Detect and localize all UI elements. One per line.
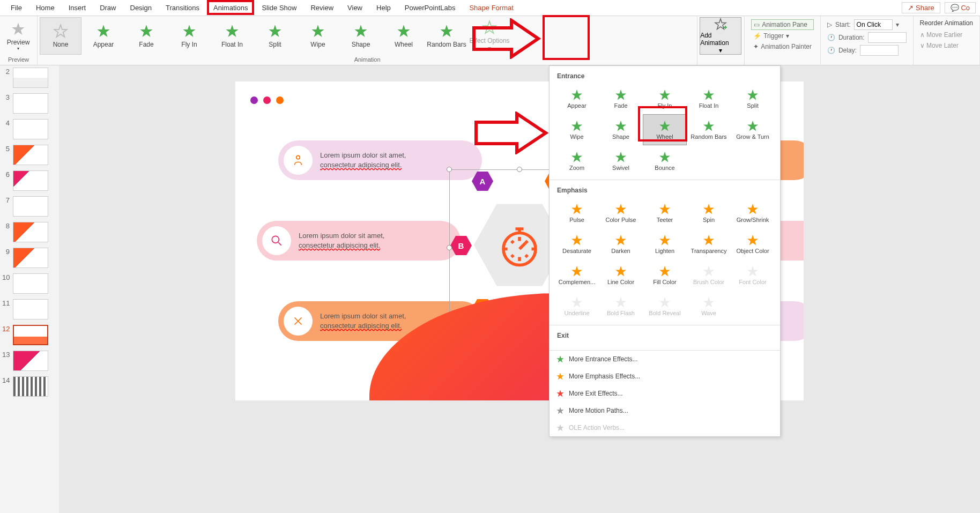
anim-fly-in[interactable]: Fly In (168, 17, 210, 55)
dd-entrance-random-bars[interactable]: Random Bars (687, 114, 731, 145)
menu-insert[interactable]: Insert (62, 2, 93, 14)
thumb-2[interactable]: 2 (2, 68, 57, 88)
add-animation-button[interactable]: Add Animation ▾ (700, 17, 741, 55)
anim-wipe[interactable]: Wipe (297, 17, 339, 55)
exit-item[interactable] (643, 343, 687, 350)
person-icon (291, 153, 305, 167)
menu-view[interactable]: View (341, 2, 369, 14)
dd-link-more-motion-paths---[interactable]: More Motion Paths... (550, 402, 780, 419)
star-icon (658, 234, 671, 247)
star-icon (182, 24, 197, 39)
dd-emphasis-teeter[interactable]: Teeter (643, 197, 687, 228)
exit-item[interactable] (731, 343, 775, 350)
star-icon (658, 120, 671, 132)
dd-link-more-exit-effects---[interactable]: More Exit Effects... (550, 385, 780, 402)
dd-link-more-emphasis-effects---[interactable]: More Emphasis Effects... (550, 368, 780, 385)
delay-input[interactable] (860, 45, 899, 56)
reorder-title: Reorder Animation (920, 19, 973, 27)
anim-split[interactable]: Split (254, 17, 296, 55)
dd-entrance-zoom[interactable]: Zoom (555, 145, 599, 176)
thumb-12[interactable]: 12 (2, 325, 57, 345)
preview-icon (11, 21, 26, 36)
menu-slideshow[interactable]: Slide Show (255, 2, 303, 14)
anim-float-in[interactable]: Float In (211, 17, 253, 55)
menu-draw[interactable]: Draw (93, 2, 122, 14)
dd-emphasis-transparency[interactable]: Transparency (687, 228, 731, 259)
dd-entrance-split[interactable]: Split (731, 83, 775, 114)
thumb-7[interactable]: 7 (2, 196, 57, 217)
thumb-11[interactable]: 11 (2, 299, 57, 319)
menu-transitions[interactable]: Transitions (159, 2, 206, 14)
animation-painter-button[interactable]: ✦ Animation Painter (751, 42, 814, 51)
menu-home[interactable]: Home (29, 2, 61, 14)
thumb-14[interactable]: 14 (2, 376, 57, 397)
trigger-button[interactable]: ⚡ Trigger ▾ (751, 31, 814, 41)
menu-help[interactable]: Help (370, 2, 397, 14)
info-card-3[interactable]: Lorem ipsum dolor sit amet,consectetur a… (257, 221, 461, 261)
dd-entrance-bounce[interactable]: Bounce (643, 145, 687, 176)
star-icon (702, 234, 715, 247)
anim-fade[interactable]: Fade (125, 17, 167, 55)
dd-entrance-fade[interactable]: Fade (599, 83, 643, 114)
dd-emphasis-pulse[interactable]: Pulse (555, 197, 599, 228)
thumb-4[interactable]: 4 (2, 119, 57, 139)
exit-item[interactable] (599, 343, 643, 350)
dd-entrance-float-in[interactable]: Float In (687, 83, 731, 114)
animation-pane-button[interactable]: ▭ Animation Pane (751, 19, 814, 30)
duration-input[interactable] (868, 32, 907, 43)
dd-emphasis-lighten[interactable]: Lighten (643, 228, 687, 259)
preview-button[interactable]: Preview ▾ (2, 17, 34, 55)
thumb-3[interactable]: 3 (2, 93, 57, 114)
star-icon (702, 296, 715, 309)
dd-entrance-fly-in[interactable]: Fly In (643, 83, 687, 114)
anim-appear[interactable]: Appear (83, 17, 124, 55)
star-icon (746, 203, 759, 215)
anim-none[interactable]: None (40, 17, 81, 55)
dd-emphasis-desaturate[interactable]: Desaturate (555, 228, 599, 259)
menu-design[interactable]: Design (124, 2, 158, 14)
share-button[interactable]: ↗ Share (902, 2, 940, 13)
thumb-10[interactable]: 10 (2, 273, 57, 294)
effect-options-button[interactable]: Effect Options ▾ (469, 17, 510, 55)
dd-entrance-wheel[interactable]: Wheel (643, 114, 687, 145)
menu-review[interactable]: Review (304, 2, 340, 14)
dd-emphasis-darken[interactable]: Darken (599, 228, 643, 259)
dd-entrance-appear[interactable]: Appear (555, 83, 599, 114)
dd-emphasis-fill-color[interactable]: Fill Color (643, 259, 687, 291)
thumb-6[interactable]: 6 (2, 170, 57, 191)
dd-emphasis-spin[interactable]: Spin (687, 197, 731, 228)
menu-powerpointlabs[interactable]: PowerPointLabs (398, 2, 462, 14)
anim-shape[interactable]: Shape (340, 17, 382, 55)
thumb-13[interactable]: 13 (2, 351, 57, 371)
star-icon (570, 296, 583, 309)
dd-entrance-shape[interactable]: Shape (599, 114, 643, 145)
menu-file[interactable]: File (4, 2, 28, 14)
dd-link-more-entrance-effects---[interactable]: More Entrance Effects... (550, 351, 780, 368)
dd-entrance-swivel[interactable]: Swivel (599, 145, 643, 176)
start-input[interactable] (854, 19, 893, 30)
exit-item[interactable] (687, 343, 731, 350)
star-icon (556, 423, 565, 432)
dd-emphasis-complemen---[interactable]: Complemen... (555, 259, 599, 291)
dd-emphasis-line-color[interactable]: Line Color (599, 259, 643, 291)
thumb-5[interactable]: 5 (2, 145, 57, 165)
thumb-9[interactable]: 9 (2, 248, 57, 268)
menu-shape-format[interactable]: Shape Format (463, 2, 519, 14)
dd-entrance-grow---turn[interactable]: Grow & Turn (731, 114, 775, 145)
star-icon (746, 120, 759, 132)
dd-emphasis-color-pulse[interactable]: Color Pulse (599, 197, 643, 228)
anim-random-bars[interactable]: Random Bars (426, 17, 467, 55)
dd-emphasis-object-color[interactable]: Object Color (731, 228, 775, 259)
move-later-button[interactable]: ∨ Move Later (920, 41, 973, 50)
anim-wheel[interactable]: Wheel (383, 17, 425, 55)
star-icon (614, 88, 627, 101)
comments-button[interactable]: 💬 Co (945, 2, 976, 13)
thumb-8[interactable]: 8 (2, 222, 57, 242)
add-animation-dropdown: Entrance AppearFadeFly InFloat InSplitWi… (549, 65, 781, 437)
search-icon (270, 234, 284, 248)
menu-animations[interactable]: Animations (207, 2, 254, 14)
dd-emphasis-grow-shrink[interactable]: Grow/Shrink (731, 197, 775, 228)
dd-entrance-wipe[interactable]: Wipe (555, 114, 599, 145)
move-earlier-button[interactable]: ∧ Move Earlier (920, 30, 973, 40)
exit-item[interactable] (555, 343, 599, 350)
